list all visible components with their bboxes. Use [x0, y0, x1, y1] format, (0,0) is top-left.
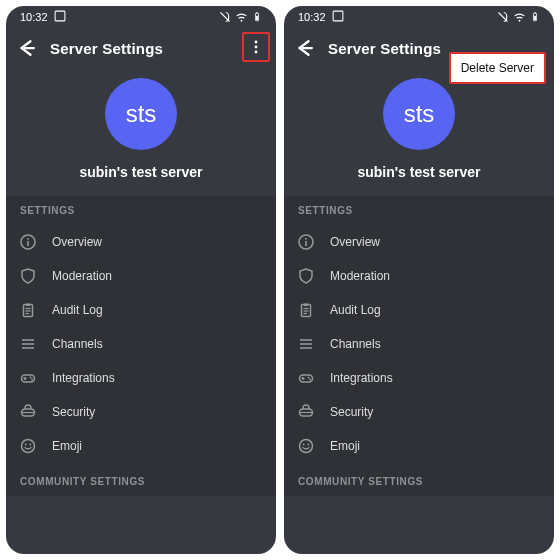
- item-label: Emoji: [330, 439, 360, 453]
- delete-server-menu-item[interactable]: Delete Server: [449, 52, 546, 84]
- phone-screen-left: 10:32 Server Settings sts subin's test s…: [6, 6, 276, 554]
- server-avatar[interactable]: sts: [105, 78, 177, 150]
- clock: 10:32: [298, 11, 326, 23]
- item-label: Overview: [330, 235, 380, 249]
- settings-item-emoji[interactable]: Emoji: [6, 429, 276, 463]
- wifi-icon: [513, 11, 526, 24]
- settings-item-channels[interactable]: Channels: [284, 327, 554, 361]
- lock-icon: [20, 404, 36, 420]
- section-header-community: COMMUNITY SETTINGS: [6, 467, 276, 496]
- settings-item-overview[interactable]: Overview: [6, 225, 276, 259]
- server-avatar[interactable]: sts: [383, 78, 455, 150]
- info-icon: [20, 234, 36, 250]
- list-icon: [298, 336, 314, 352]
- battery-icon: [252, 10, 262, 24]
- list-icon: [20, 336, 36, 352]
- mute-icon: [219, 11, 231, 23]
- settings-item-integrations[interactable]: Integrations: [284, 361, 554, 395]
- more-button[interactable]: [242, 32, 270, 62]
- item-label: Audit Log: [330, 303, 381, 317]
- server-name: subin's test server: [357, 164, 480, 180]
- emoji-icon: [298, 438, 314, 454]
- item-label: Moderation: [330, 269, 390, 283]
- clipboard-icon: [20, 302, 36, 318]
- back-icon[interactable]: [294, 38, 314, 58]
- item-label: Moderation: [52, 269, 112, 283]
- item-label: Security: [52, 405, 95, 419]
- item-label: Integrations: [330, 371, 393, 385]
- settings-item-emoji[interactable]: Emoji: [284, 429, 554, 463]
- item-label: Audit Log: [52, 303, 103, 317]
- section-header-community: COMMUNITY SETTINGS: [284, 467, 554, 496]
- shield-icon: [298, 268, 314, 284]
- item-label: Emoji: [52, 439, 82, 453]
- phone-screen-right: 10:32 Server Settings Delete Server sts …: [284, 6, 554, 554]
- item-label: Channels: [52, 337, 103, 351]
- settings-item-overview[interactable]: Overview: [284, 225, 554, 259]
- settings-item-moderation[interactable]: Moderation: [284, 259, 554, 293]
- screenshot-icon: [54, 10, 66, 24]
- clipboard-icon: [298, 302, 314, 318]
- server-header: sts subin's test server: [284, 68, 554, 196]
- settings-item-channels[interactable]: Channels: [6, 327, 276, 361]
- info-icon: [298, 234, 314, 250]
- section-header-settings: SETTINGS: [284, 196, 554, 225]
- item-label: Security: [330, 405, 373, 419]
- app-bar: Server Settings Delete Server: [284, 28, 554, 68]
- settings-item-audit-log[interactable]: Audit Log: [6, 293, 276, 327]
- server-name: subin's test server: [79, 164, 202, 180]
- item-label: Overview: [52, 235, 102, 249]
- item-label: Channels: [330, 337, 381, 351]
- settings-item-moderation[interactable]: Moderation: [6, 259, 276, 293]
- wifi-icon: [235, 11, 248, 24]
- screenshot-icon: [332, 10, 344, 24]
- server-header: sts subin's test server: [6, 68, 276, 196]
- status-bar: 10:32: [6, 6, 276, 28]
- settings-item-security[interactable]: Security: [6, 395, 276, 429]
- gamepad-icon: [20, 370, 36, 386]
- page-title: Server Settings: [50, 40, 163, 57]
- mute-icon: [497, 11, 509, 23]
- item-label: Integrations: [52, 371, 115, 385]
- emoji-icon: [20, 438, 36, 454]
- avatar-initials: sts: [404, 100, 435, 128]
- settings-item-audit-log[interactable]: Audit Log: [284, 293, 554, 327]
- gamepad-icon: [298, 370, 314, 386]
- shield-icon: [20, 268, 36, 284]
- battery-icon: [530, 10, 540, 24]
- app-bar: Server Settings: [6, 28, 276, 68]
- settings-item-integrations[interactable]: Integrations: [6, 361, 276, 395]
- section-header-settings: SETTINGS: [6, 196, 276, 225]
- status-bar: 10:32: [284, 6, 554, 28]
- page-title: Server Settings: [328, 40, 441, 57]
- lock-icon: [298, 404, 314, 420]
- clock: 10:32: [20, 11, 48, 23]
- back-icon[interactable]: [16, 38, 36, 58]
- delete-server-label: Delete Server: [461, 61, 534, 75]
- avatar-initials: sts: [126, 100, 157, 128]
- settings-item-security[interactable]: Security: [284, 395, 554, 429]
